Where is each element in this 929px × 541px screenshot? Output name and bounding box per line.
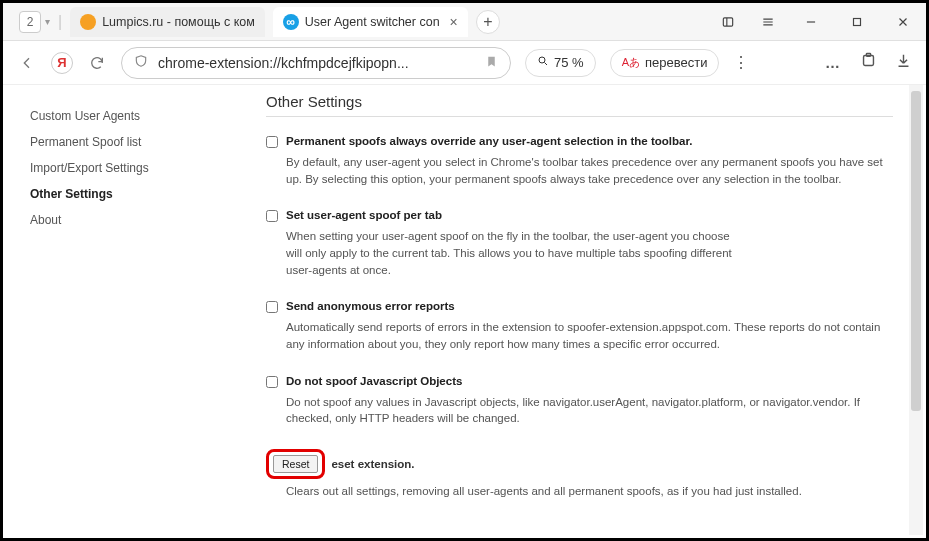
bookmark-icon[interactable] <box>485 55 498 71</box>
zoom-pill[interactable]: 75 % <box>525 49 596 77</box>
back-button[interactable] <box>17 53 37 73</box>
new-tab-button[interactable]: + <box>476 10 500 34</box>
vertical-scrollbar[interactable] <box>909 85 923 535</box>
setting-error-reports: Send anonymous error reports Automatical… <box>266 300 893 352</box>
setting-per-tab: Set user-agent spoof per tab When settin… <box>266 209 893 278</box>
tab-label: Lumpics.ru - помощь с ком <box>102 15 255 29</box>
settings-content: Other Settings Permanent spoofs always o… <box>216 85 923 535</box>
tab-count-badge[interactable]: 2 <box>19 11 41 33</box>
checkbox-error-reports[interactable] <box>266 301 278 313</box>
translate-icon: Aあ <box>622 55 640 70</box>
menu-icon[interactable] <box>748 3 788 41</box>
page-title: Other Settings <box>266 93 893 117</box>
search-icon <box>537 55 549 70</box>
sidebar-item-import-export[interactable]: Import/Export Settings <box>30 155 216 181</box>
setting-desc: Do not spoof any values in Javascript ob… <box>286 394 886 427</box>
setting-label: Set user-agent spoof per tab <box>286 209 442 221</box>
shield-icon <box>134 54 148 71</box>
favicon-icon <box>80 14 96 30</box>
tab-user-agent-switcher[interactable]: ∞ User Agent switcher con × <box>273 7 468 37</box>
checkbox-per-tab[interactable] <box>266 210 278 222</box>
setting-label: Send anonymous error reports <box>286 300 455 312</box>
sidebar-item-permanent-spoof-list[interactable]: Permanent Spoof list <box>30 129 216 155</box>
yandex-home-icon[interactable]: Я <box>51 52 73 74</box>
window-close-button[interactable] <box>880 3 926 41</box>
setting-no-js-spoof: Do not spoof Javascript Objects Do not s… <box>266 375 893 427</box>
checkbox-no-js-spoof[interactable] <box>266 376 278 388</box>
svg-point-2 <box>539 57 545 63</box>
reload-button[interactable] <box>87 53 107 73</box>
svg-rect-3 <box>864 56 874 66</box>
extensions-icon[interactable] <box>860 52 877 73</box>
favicon-icon: ∞ <box>283 14 299 30</box>
svg-rect-0 <box>723 17 732 25</box>
checkbox-permanent-override[interactable] <box>266 136 278 148</box>
url-text: chrome-extension://kchfmpdcejfkipopn... <box>158 55 475 71</box>
reset-row: Reset eset extension. <box>266 449 893 479</box>
setting-label: Do not spoof Javascript Objects <box>286 375 462 387</box>
sidebar-item-about[interactable]: About <box>30 207 216 233</box>
reset-label: eset extension. <box>331 458 414 470</box>
setting-label: Permanent spoofs always override any use… <box>286 135 692 147</box>
svg-rect-1 <box>854 18 861 25</box>
sidebar-item-other-settings[interactable]: Other Settings <box>30 181 216 207</box>
setting-desc: When setting your user-agent spoof on th… <box>286 228 746 278</box>
reset-button[interactable]: Reset <box>273 455 318 473</box>
address-bar: Я chrome-extension://kchfmpdcejfkipopn..… <box>3 41 926 85</box>
downloads-icon[interactable] <box>895 52 912 73</box>
chevron-down-icon[interactable]: ▾ <box>45 16 50 27</box>
page-actions-menu[interactable]: ⋮ <box>733 53 750 72</box>
setting-desc: By default, any user-agent you select in… <box>286 154 886 187</box>
settings-sidebar: Custom User Agents Permanent Spoof list … <box>6 85 216 535</box>
window-controls <box>708 3 926 41</box>
close-icon[interactable]: × <box>450 14 458 30</box>
reset-highlight: Reset <box>266 449 325 479</box>
zoom-value: 75 % <box>554 55 584 70</box>
setting-desc: Automatically send reports of errors in … <box>286 319 886 352</box>
window-maximize-button[interactable] <box>834 3 880 41</box>
tab-bar: 2 ▾ | Lumpics.ru - помощь с ком ∞ User A… <box>3 3 926 41</box>
window-minimize-button[interactable] <box>788 3 834 41</box>
tab-label: User Agent switcher con <box>305 15 440 29</box>
sidebar-item-custom-user-agents[interactable]: Custom User Agents <box>30 103 216 129</box>
omnibox[interactable]: chrome-extension://kchfmpdcejfkipopn... <box>121 47 511 79</box>
translate-label: перевести <box>645 55 707 70</box>
setting-permanent-override: Permanent spoofs always override any use… <box>266 135 893 187</box>
tab-lumpics[interactable]: Lumpics.ru - помощь с ком <box>70 7 265 37</box>
reset-desc: Clears out all settings, removing all us… <box>286 485 893 497</box>
scrollbar-thumb[interactable] <box>911 91 921 411</box>
more-menu-icon[interactable]: … <box>825 54 842 71</box>
sidebar-toggle-icon[interactable] <box>708 3 748 41</box>
translate-pill[interactable]: Aあ перевести <box>610 49 720 77</box>
